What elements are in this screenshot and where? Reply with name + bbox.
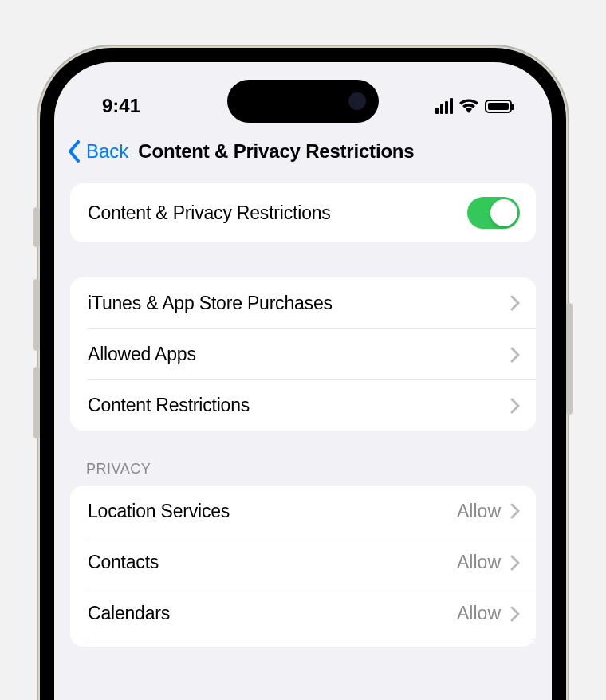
itunes-app-store-row[interactable]: iTunes & App Store Purchases — [70, 277, 536, 328]
row-label: Location Services — [88, 501, 457, 522]
allowed-apps-row[interactable]: Allowed Apps — [88, 328, 536, 379]
page-title: Content & Privacy Restrictions — [138, 140, 414, 163]
wifi-icon — [459, 99, 478, 113]
cellular-signal-icon — [435, 98, 453, 114]
row-label: Calendars — [88, 603, 457, 624]
toggle-group: Content & Privacy Restrictions — [70, 183, 536, 242]
location-services-row[interactable]: Location Services Allow — [70, 486, 536, 537]
row-value: Allow — [457, 501, 501, 522]
row-label: Contacts — [88, 552, 457, 573]
nav-bar: Back Content & Privacy Restrictions — [54, 126, 552, 172]
chevron-right-icon — [510, 503, 520, 519]
switch-on[interactable] — [467, 197, 520, 229]
contacts-row[interactable]: Contacts Allow — [88, 537, 536, 588]
chevron-left-icon[interactable] — [67, 140, 81, 163]
calendars-row[interactable]: Calendars Allow — [88, 588, 536, 639]
row-label: iTunes & App Store Purchases — [88, 293, 510, 314]
status-right — [435, 98, 512, 114]
switch-knob — [490, 199, 517, 226]
dynamic-island — [227, 80, 379, 123]
row-value: Allow — [457, 603, 501, 624]
privacy-section-header: PRIVACY — [70, 461, 536, 486]
chevron-right-icon — [510, 398, 520, 414]
chevron-right-icon — [510, 295, 520, 311]
screen: 9:41 Back Content & Privacy Res — [54, 62, 552, 700]
content: Content & Privacy Restrictions iTunes & … — [54, 172, 552, 647]
battery-icon — [485, 100, 512, 113]
content-privacy-toggle-row[interactable]: Content & Privacy Restrictions — [70, 183, 536, 242]
volume-down-button — [33, 367, 40, 438]
row-value: Allow — [457, 552, 501, 573]
phone-frame: 9:41 Back Content & Privacy Res — [40, 48, 566, 700]
front-camera — [348, 92, 366, 110]
side-button — [33, 207, 40, 247]
toggle-label: Content & Privacy Restrictions — [88, 203, 467, 224]
back-button[interactable]: Back — [86, 140, 128, 163]
power-button — [566, 303, 573, 415]
privacy-group: Location Services Allow Contacts Allow C… — [70, 486, 536, 647]
volume-up-button — [33, 279, 40, 351]
next-row-partial[interactable] — [88, 639, 536, 647]
chevron-right-icon — [510, 555, 520, 571]
chevron-right-icon — [510, 606, 520, 622]
restrictions-group: iTunes & App Store Purchases Allowed App… — [70, 277, 536, 431]
row-label: Content Restrictions — [88, 395, 510, 416]
chevron-right-icon — [510, 347, 520, 363]
row-label: Allowed Apps — [88, 344, 510, 365]
status-time: 9:41 — [102, 95, 140, 117]
content-restrictions-row[interactable]: Content Restrictions — [88, 379, 536, 431]
